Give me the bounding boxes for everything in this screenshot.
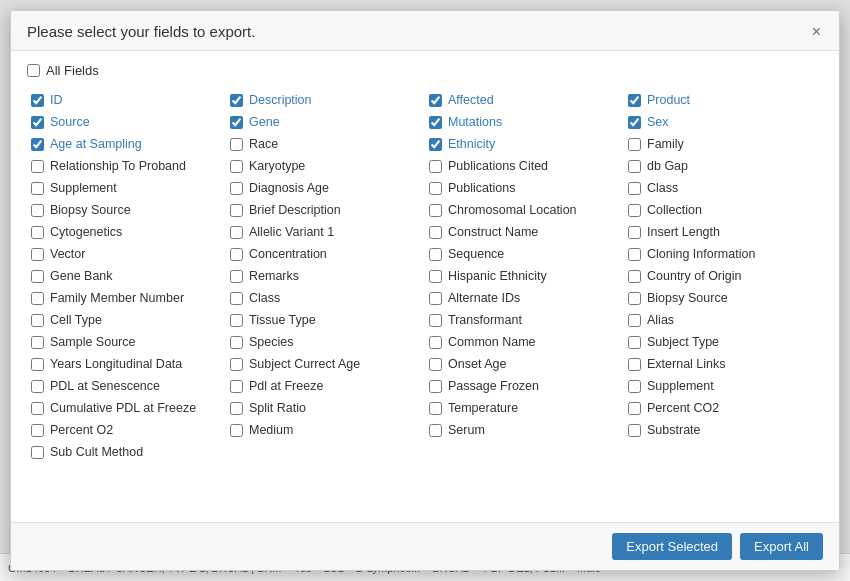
field-checkbox-remarks[interactable] bbox=[230, 270, 243, 283]
field-checkbox-percent-co2[interactable] bbox=[628, 402, 641, 415]
list-item[interactable]: Common Name bbox=[425, 332, 624, 352]
list-item[interactable]: Race bbox=[226, 134, 425, 154]
field-checkbox-cumulative-pdl-at-freeze[interactable] bbox=[31, 402, 44, 415]
field-checkbox-gene[interactable] bbox=[230, 116, 243, 129]
field-checkbox-medium[interactable] bbox=[230, 424, 243, 437]
field-checkbox-cloning-information[interactable] bbox=[628, 248, 641, 261]
list-item[interactable]: Supplement bbox=[624, 376, 823, 396]
list-item[interactable]: PDL at Senescence bbox=[27, 376, 226, 396]
field-checkbox-cytogenetics[interactable] bbox=[31, 226, 44, 239]
field-checkbox-hispanic-ethnicity[interactable] bbox=[429, 270, 442, 283]
list-item[interactable]: Subject Type bbox=[624, 332, 823, 352]
list-item[interactable]: Construct Name bbox=[425, 222, 624, 242]
field-checkbox-subject-currect-age[interactable] bbox=[230, 358, 243, 371]
list-item[interactable]: Collection bbox=[624, 200, 823, 220]
list-item[interactable]: Alias bbox=[624, 310, 823, 330]
list-item[interactable]: Vector bbox=[27, 244, 226, 264]
list-item[interactable]: Affected bbox=[425, 90, 624, 110]
list-item[interactable]: External Links bbox=[624, 354, 823, 374]
field-checkbox-transformant[interactable] bbox=[429, 314, 442, 327]
field-checkbox-mutations[interactable] bbox=[429, 116, 442, 129]
list-item[interactable]: Percent O2 bbox=[27, 420, 226, 440]
list-item[interactable]: Publications bbox=[425, 178, 624, 198]
list-item[interactable]: Ethnicity bbox=[425, 134, 624, 154]
field-checkbox-relationship-to-proband[interactable] bbox=[31, 160, 44, 173]
list-item[interactable]: Cell Type bbox=[27, 310, 226, 330]
field-checkbox-gene-bank[interactable] bbox=[31, 270, 44, 283]
field-checkbox-subject-type[interactable] bbox=[628, 336, 641, 349]
list-item[interactable]: Allelic Variant 1 bbox=[226, 222, 425, 242]
list-item[interactable]: Medium bbox=[226, 420, 425, 440]
field-checkbox-pdl-at-freeze[interactable] bbox=[230, 380, 243, 393]
list-item[interactable]: Age at Sampling bbox=[27, 134, 226, 154]
field-checkbox-substrate[interactable] bbox=[628, 424, 641, 437]
field-checkbox-tissue-type[interactable] bbox=[230, 314, 243, 327]
list-item[interactable]: Percent CO2 bbox=[624, 398, 823, 418]
field-checkbox-onset-age[interactable] bbox=[429, 358, 442, 371]
field-checkbox-pdl-at-senescence[interactable] bbox=[31, 380, 44, 393]
field-checkbox-collection[interactable] bbox=[628, 204, 641, 217]
field-checkbox-passage-frozen[interactable] bbox=[429, 380, 442, 393]
list-item[interactable]: Biopsy Source bbox=[27, 200, 226, 220]
list-item[interactable]: Sequence bbox=[425, 244, 624, 264]
field-checkbox-publications[interactable] bbox=[429, 182, 442, 195]
field-checkbox-years-longitudinal-data[interactable] bbox=[31, 358, 44, 371]
list-item[interactable]: Temperature bbox=[425, 398, 624, 418]
list-item[interactable]: Insert Length bbox=[624, 222, 823, 242]
list-item[interactable]: Chromosomal Location bbox=[425, 200, 624, 220]
field-checkbox-db-gap[interactable] bbox=[628, 160, 641, 173]
field-checkbox-sample-source[interactable] bbox=[31, 336, 44, 349]
field-checkbox-publications-cited[interactable] bbox=[429, 160, 442, 173]
list-item[interactable]: Description bbox=[226, 90, 425, 110]
list-item[interactable]: Sample Source bbox=[27, 332, 226, 352]
field-checkbox-sub-cult-method[interactable] bbox=[31, 446, 44, 459]
field-checkbox-insert-length[interactable] bbox=[628, 226, 641, 239]
list-item[interactable]: db Gap bbox=[624, 156, 823, 176]
field-checkbox-family-member-number[interactable] bbox=[31, 292, 44, 305]
field-checkbox-id[interactable] bbox=[31, 94, 44, 107]
field-checkbox-class-col4[interactable] bbox=[628, 182, 641, 195]
field-checkbox-age-at-sampling[interactable] bbox=[31, 138, 44, 151]
list-item[interactable]: Remarks bbox=[226, 266, 425, 286]
list-item[interactable]: Split Ratio bbox=[226, 398, 425, 418]
field-checkbox-biopsy-source[interactable] bbox=[31, 204, 44, 217]
export-selected-button[interactable]: Export Selected bbox=[612, 533, 732, 560]
field-checkbox-split-ratio[interactable] bbox=[230, 402, 243, 415]
list-item[interactable]: Brief Description bbox=[226, 200, 425, 220]
list-item[interactable]: Relationship To Proband bbox=[27, 156, 226, 176]
field-checkbox-description[interactable] bbox=[230, 94, 243, 107]
field-checkbox-affected[interactable] bbox=[429, 94, 442, 107]
field-checkbox-cell-type[interactable] bbox=[31, 314, 44, 327]
list-item[interactable]: Tissue Type bbox=[226, 310, 425, 330]
all-fields-label[interactable]: All Fields bbox=[27, 63, 823, 78]
field-checkbox-serum[interactable] bbox=[429, 424, 442, 437]
field-checkbox-common-name[interactable] bbox=[429, 336, 442, 349]
list-item[interactable]: Substrate bbox=[624, 420, 823, 440]
field-checkbox-class[interactable] bbox=[230, 292, 243, 305]
field-checkbox-sequence[interactable] bbox=[429, 248, 442, 261]
list-item[interactable]: Cumulative PDL at Freeze bbox=[27, 398, 226, 418]
list-item[interactable]: Sub Cult Method bbox=[27, 442, 226, 462]
list-item[interactable]: Product bbox=[624, 90, 823, 110]
list-item[interactable]: Alternate IDs bbox=[425, 288, 624, 308]
field-checkbox-ethnicity[interactable] bbox=[429, 138, 442, 151]
field-checkbox-temperature[interactable] bbox=[429, 402, 442, 415]
field-checkbox-biopsy-source-col4[interactable] bbox=[628, 292, 641, 305]
list-item[interactable]: Family Member Number bbox=[27, 288, 226, 308]
field-checkbox-construct-name[interactable] bbox=[429, 226, 442, 239]
field-checkbox-alternate-ids[interactable] bbox=[429, 292, 442, 305]
list-item[interactable]: Gene Bank bbox=[27, 266, 226, 286]
list-item[interactable]: Karyotype bbox=[226, 156, 425, 176]
field-checkbox-karyotype[interactable] bbox=[230, 160, 243, 173]
list-item[interactable]: Country of Origin bbox=[624, 266, 823, 286]
list-item[interactable]: Serum bbox=[425, 420, 624, 440]
field-checkbox-diagnosis-age[interactable] bbox=[230, 182, 243, 195]
list-item[interactable]: Family bbox=[624, 134, 823, 154]
list-item[interactable]: Years Longitudinal Data bbox=[27, 354, 226, 374]
field-checkbox-country-of-origin[interactable] bbox=[628, 270, 641, 283]
field-checkbox-product[interactable] bbox=[628, 94, 641, 107]
field-checkbox-source[interactable] bbox=[31, 116, 44, 129]
list-item[interactable]: Hispanic Ethnicity bbox=[425, 266, 624, 286]
field-checkbox-sex[interactable] bbox=[628, 116, 641, 129]
field-checkbox-allelic-variant-1[interactable] bbox=[230, 226, 243, 239]
